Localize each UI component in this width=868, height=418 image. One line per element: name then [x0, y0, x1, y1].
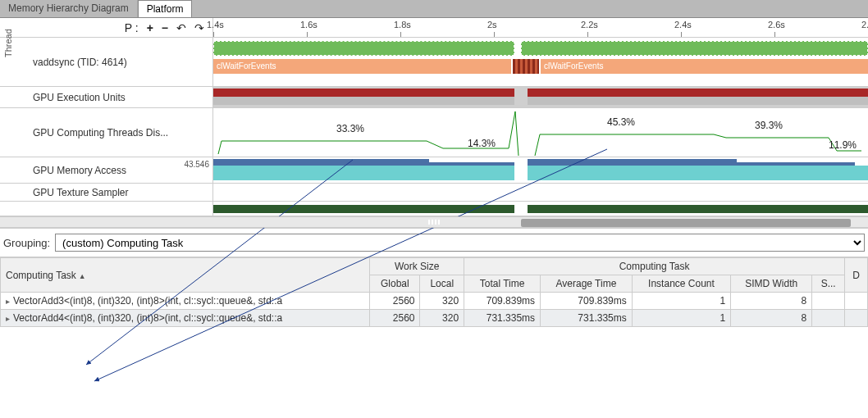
track-gpu-tex[interactable]: [213, 184, 868, 202]
scrollbar-thumb[interactable]: [521, 219, 851, 227]
track-gpu-threads[interactable]: 33.3% 14.3% 45.3% 39.3% 11.9%: [213, 108, 868, 157]
track-thread[interactable]: clWaitForEvents clWaitForEvents: [213, 38, 868, 87]
timeline-scrollbar[interactable]: [0, 216, 868, 228]
pct-d: 39.3%: [755, 120, 783, 131]
results-table: Computing Task▲ Work Size Computing Task…: [0, 257, 868, 327]
zoom-icon: Ρ :: [125, 21, 139, 34]
row-label-trunc[interactable]: [0, 202, 212, 216]
grouping-label: Grouping:: [3, 237, 50, 249]
expand-icon[interactable]: ▸: [6, 314, 10, 323]
col-global[interactable]: Global: [370, 275, 420, 293]
ruler-tick: 2.6s: [768, 20, 785, 30]
col-work[interactable]: Work Size: [370, 258, 464, 275]
gpu-mem-text: GPU Memory Access: [33, 165, 126, 176]
redo-icon[interactable]: ↷: [194, 21, 204, 34]
row-label-gpu-threads[interactable]: GPU Computing Threads Dis...: [0, 108, 212, 157]
zoom-in-icon[interactable]: +: [147, 21, 153, 34]
row-label-gpu-exec[interactable]: GPU Execution Units: [0, 87, 212, 108]
row-label-thread[interactable]: vaddsync (TID: 4614): [0, 38, 212, 87]
track-gpu-mem[interactable]: [213, 157, 868, 184]
undo-icon[interactable]: ↶: [176, 21, 186, 34]
col-simd[interactable]: SIMD Width: [731, 275, 812, 293]
col-total[interactable]: Total Time: [464, 275, 541, 293]
track-gpu-exec[interactable]: [213, 87, 868, 108]
ruler-tick: 2.8s: [861, 20, 868, 30]
thread-axis-label: Thread: [3, 29, 13, 57]
timeline-toolbar: Ρ : + − ↶ ↷: [0, 18, 213, 37]
ruler-tick: 2s: [487, 20, 497, 30]
gpu-mem-value: 43.546: [184, 160, 209, 169]
pct-a: 33.3%: [336, 123, 364, 134]
col-local[interactable]: Local: [420, 275, 464, 293]
timeline-area[interactable]: clWaitForEvents clWaitForEvents 33.3% 14…: [213, 38, 868, 216]
pct-e: 11.9%: [829, 139, 857, 151]
tab-bar: Memory Hierarchy Diagram Platform: [0, 0, 868, 18]
ruler-tick: 1.8s: [394, 20, 411, 30]
ruler-tick: 1.6s: [300, 20, 318, 30]
col-ctask[interactable]: Computing Task: [464, 258, 845, 275]
sort-asc-icon: ▲: [79, 272, 86, 280]
zoom-out-icon[interactable]: −: [162, 21, 168, 34]
span-transition[interactable]: [513, 59, 539, 74]
time-ruler[interactable]: 1.4s1.6s1.8s2s2.2s2.4s2.6s2.8s: [213, 18, 868, 37]
span-clwait-left[interactable]: clWaitForEvents: [213, 59, 511, 74]
row-label-gpu-mem[interactable]: GPU Memory Access 43.546: [0, 157, 212, 184]
col-task[interactable]: Computing Task▲: [1, 258, 370, 293]
ruler-tick: 1.4s: [207, 20, 224, 30]
expand-icon[interactable]: ▸: [6, 297, 10, 306]
pct-c: 45.3%: [607, 116, 635, 128]
ruler-tick: 2.4s: [674, 20, 692, 30]
span-clwait-right[interactable]: clWaitForEvents: [541, 59, 868, 74]
table-row[interactable]: ▸VectorAdd4<(int)8, (int)320, (int)8>(in…: [1, 310, 868, 327]
track-extra[interactable]: [213, 202, 868, 216]
col-d[interactable]: D: [845, 258, 868, 293]
ruler-tick: 2.2s: [581, 20, 598, 30]
table-row[interactable]: ▸VectorAdd3<(int)8, (int)320, (int)8>(in…: [1, 293, 868, 310]
tab-memory-hierarchy[interactable]: Memory Hierarchy Diagram: [0, 0, 138, 17]
tab-platform[interactable]: Platform: [138, 0, 193, 17]
col-s[interactable]: S...: [812, 275, 845, 293]
grouping-select[interactable]: (custom) Computing Task: [55, 234, 865, 252]
row-label-gpu-tex[interactable]: GPU Texture Sampler: [0, 184, 212, 202]
pct-b: 14.3%: [468, 138, 496, 149]
col-inst[interactable]: Instance Count: [632, 275, 730, 293]
col-avg[interactable]: Average Time: [541, 275, 633, 293]
